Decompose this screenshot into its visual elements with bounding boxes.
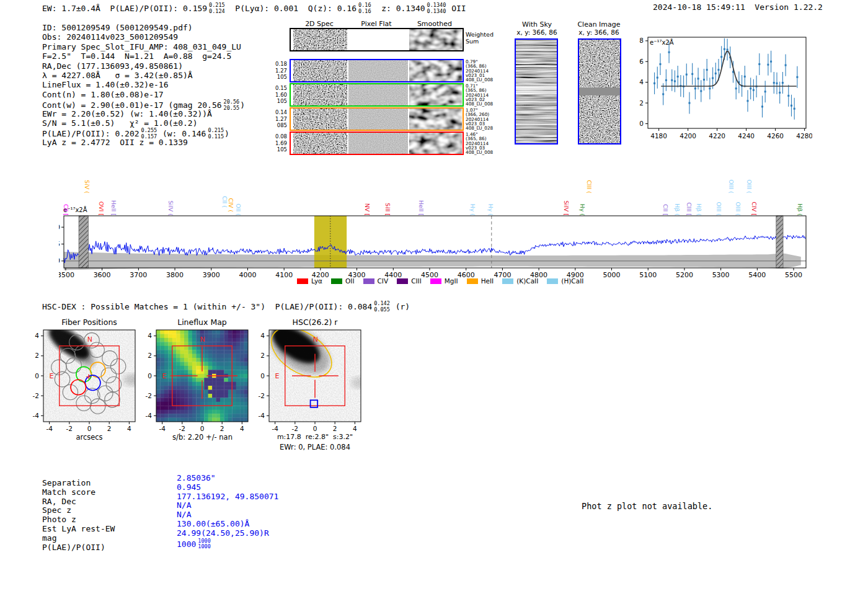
panel-ytick: -4: [146, 412, 153, 419]
info-line: Cont(n) = 1.80(±0.08)e-17: [42, 90, 245, 99]
elixer-report: EW: 1.7±0.4Å P(LAE)/P(OII): 0.1590.2150.…: [0, 0, 868, 591]
compass-east: E: [275, 372, 279, 380]
bright-sky-band: [516, 84, 557, 94]
info-line: P(LAE)/P(OII): 0.2020.2550.157 (w: 0.146…: [42, 128, 245, 137]
panel-xtick: 0: [200, 425, 205, 432]
smoothed-image: [409, 29, 462, 50]
cutout-left-label: 0.08: [262, 133, 287, 140]
fiber-positions-panel: -4-4-2-2002244NE: [21, 316, 142, 440]
spectrum-ytick: 5: [59, 240, 60, 248]
hsc-image-panel: -4-4-2-2002244NE: [247, 316, 368, 440]
spectrum-xtick: 3600: [94, 271, 111, 278]
cutout-left-label: 1.69: [262, 140, 287, 147]
clean-coords: x, y: 366, 86: [562, 29, 636, 36]
stacked-fraction: 0.160.16: [358, 2, 371, 14]
spectrum-ytick: 10: [59, 223, 60, 231]
info-line: λ = 4227.08Å σ = 3.42(±0.85)Å: [42, 71, 245, 80]
info-line: EWr = 2.20(±0.52) (w: 1.40(±0.32))Å: [42, 109, 245, 118]
fiber-xlabel: arcsecs: [40, 433, 139, 442]
cutout-row-left-labels: 0.151.60105: [262, 85, 287, 105]
match-row-value: 177.136192, 49.850071: [177, 492, 278, 502]
text-segment: OII: [446, 4, 466, 13]
match-row-label: P(LAE)/P(OII): [42, 543, 115, 553]
match-row-label: Match score: [42, 488, 115, 497]
emission-line-label: NV [: [364, 203, 370, 216]
timestamp: 2024-10-18 15:49:11 Version 1.22.2: [653, 2, 823, 12]
emission-line-label: HeII [: [418, 200, 424, 216]
cutout-row-left-labels: 0.141.27085: [262, 109, 287, 129]
detection-info: ID: 5001209549 (5001209549.pdf)Obs: 2024…: [42, 23, 245, 147]
col-header-smoothed: Smoothed: [407, 20, 463, 28]
fraction-lower: 0.16: [358, 9, 371, 15]
pixelflat-image: [348, 84, 408, 105]
text-segment: Cont(w) = 2.90(±0.01)e-17 (gmag 20.56: [42, 100, 222, 110]
text-segment: EWr = 2.20(±0.52) (w: 1.40(±0.32))Å: [42, 109, 212, 118]
stacked-fraction: 0.2150.124: [209, 2, 225, 14]
emission-line-label: CII [: [663, 204, 669, 216]
spectrum-legend: LyαOIICIVCIIIMgIIHeII(K)CaII(H)CaII: [297, 277, 583, 285]
legend-label: CIV: [378, 277, 389, 285]
text-segment: ): [240, 100, 245, 110]
legend-swatch: [547, 278, 558, 284]
panel-xtick: -2: [179, 425, 185, 432]
compass-east: E: [162, 372, 166, 380]
summary-header: EW: 1.7±0.4Å P(LAE)/P(OII): 0.1590.2150.…: [42, 2, 466, 14]
legend-label: Lyα: [311, 277, 322, 285]
info-line: F=2.5" T=0.144 N=1.21 A=0.88 g=24.5: [42, 51, 245, 61]
col-header-2dspec: 2D Spec: [291, 20, 347, 28]
cutout-left-label: 105: [262, 98, 287, 105]
inset-ylabel: e⁻¹⁷x2Å: [650, 38, 674, 46]
legend-swatch: [331, 278, 342, 284]
info-line: Obs: 20240114v023_5001209549: [42, 32, 245, 42]
legend-label: OII: [345, 277, 354, 285]
inset-xtick: 4280: [796, 132, 812, 140]
clean-image: [578, 38, 621, 144]
match-row-label: RA, Dec: [42, 497, 115, 507]
emission-line-label: Hβ (: [675, 203, 681, 216]
legend-item: OII: [331, 277, 354, 285]
fraction-lower: 0.1340: [427, 9, 446, 15]
stacked-fraction: 10001000: [198, 538, 210, 550]
spectrum-ytick: 0: [59, 257, 60, 265]
cutout-annotation: 408_LU_028: [466, 126, 493, 130]
match-row-label: mag: [42, 534, 115, 543]
text-segment: (w: 0.146: [157, 129, 206, 138]
full-spectrum-plot: 3500360037003800390040004100420043004400…: [59, 211, 812, 278]
text-segment: S/N = 5.1(±0.5) χ² = 1.0(±0.2): [42, 118, 197, 128]
cutout-left-label: 105: [262, 146, 287, 153]
match-row-label: Spec z: [42, 506, 115, 515]
cutout-left-label: 0.18: [262, 61, 287, 68]
emission-line-label: SiII [: [384, 203, 391, 216]
emission-line-label: CIV (: [228, 198, 234, 212]
lineflux-map-panel: -4-4-2-2002244NE: [134, 316, 255, 440]
spectrum-xtick: 3800: [166, 271, 184, 278]
inset-xtick: 4200: [680, 132, 696, 140]
text-segment: z: 0.1340: [372, 4, 425, 13]
info-line: LineFlux = 1.40(±0.32)e-16: [42, 80, 245, 89]
match-table-values: 2.85036"0.945177.136192, 49.850071N/AN/A…: [177, 474, 278, 550]
match-row-value: N/A: [177, 501, 278, 510]
compass-north: N: [87, 335, 92, 344]
legend-label: HeII: [481, 277, 494, 285]
cutout-row-annotations: 0.79"(366, 86)20240114v023_01408_LU_008: [466, 60, 493, 82]
pixelflat-image: [348, 60, 408, 81]
panel-ytick: -4: [259, 412, 265, 419]
spectrum-xtick: 5200: [676, 271, 693, 278]
spectrum-xtick: 5500: [785, 271, 802, 278]
text-segment: F=2.5" T=0.144 N=1.21 A=0.88 g=24.5: [42, 51, 231, 61]
spectrum-xtick: 3500: [59, 271, 74, 278]
emission-line-label: CII (: [221, 196, 228, 208]
match-row-label: Est LyA rest-EW: [42, 525, 115, 534]
compass-north: N: [313, 335, 318, 344]
panel-ytick: 4: [260, 332, 265, 339]
with-sky-image: [515, 38, 558, 144]
emission-line-label: SiIV [: [564, 200, 570, 216]
clean-title: Clean Image: [562, 20, 636, 29]
inset-xtick: 4220: [709, 132, 725, 140]
emission-line-label: Hβ (: [797, 203, 804, 216]
masked-region: [776, 216, 783, 268]
inset-ytick: 6: [639, 58, 644, 65]
inset-ytick: 8: [639, 37, 644, 44]
legend-swatch: [363, 278, 374, 284]
smoothed-image: [409, 60, 462, 81]
